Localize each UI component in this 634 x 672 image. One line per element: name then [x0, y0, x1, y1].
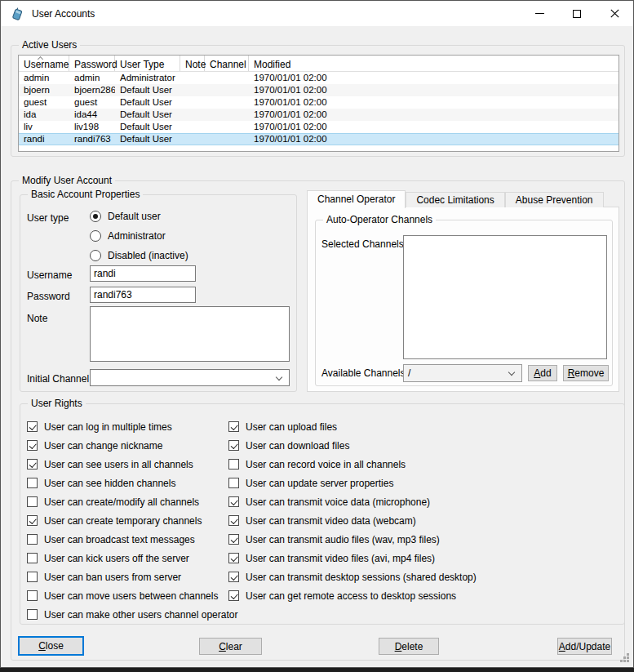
titlebar[interactable]: User Accounts: [1, 1, 633, 26]
table-row[interactable]: ida ida44 Default User 1970/01/01 02:00: [19, 109, 618, 121]
cell-username: guest: [19, 96, 69, 109]
cell-modified: 1970/01/01 02:00: [249, 109, 618, 121]
window-title: User Accounts: [32, 8, 95, 20]
tab[interactable]: Abuse Prevention: [505, 192, 604, 207]
checkbox-icon: [228, 496, 239, 507]
user-right-item[interactable]: User can make other users channel operat…: [27, 605, 237, 624]
checkbox-label: User can see users in all channels: [44, 459, 193, 470]
user-right-item[interactable]: User can update server properties: [228, 474, 477, 492]
user-right-item[interactable]: User can kick users off the server: [27, 549, 237, 567]
checkbox-label: User can broadcast text messages: [44, 534, 195, 545]
settings-tabs: Channel Operator Codec Limitations Abuse…: [307, 189, 604, 207]
column-header-channel[interactable]: Channel: [205, 56, 249, 71]
cell-channel: [205, 84, 249, 96]
user-right-item[interactable]: User can change nickname: [27, 436, 237, 455]
user-right-item[interactable]: User can move users between channels: [27, 586, 237, 605]
user-right-item[interactable]: User can download files: [228, 436, 477, 455]
checkbox-label: User can transmit desktop sessions (shar…: [246, 572, 477, 583]
checkbox-icon: [228, 572, 239, 582]
cell-usertype: Default User: [115, 84, 180, 96]
selected-channels-listbox[interactable]: [403, 235, 607, 359]
cell-username: randi: [19, 133, 69, 145]
clear-button[interactable]: Clear: [199, 638, 262, 655]
cell-modified: 1970/01/01 02:00: [249, 72, 618, 84]
user-right-item[interactable]: User can upload files: [228, 417, 477, 436]
column-header-username[interactable]: Username: [19, 56, 69, 71]
user-right-item[interactable]: User can transmit desktop sessions (shar…: [228, 567, 477, 586]
table-row[interactable]: liv liv198 Default User 1970/01/01 02:00: [19, 121, 618, 133]
table-row[interactable]: guest guest Default User 1970/01/01 02:0…: [19, 96, 618, 109]
column-header-usertype[interactable]: User Type: [115, 56, 180, 71]
available-channels-combobox[interactable]: /: [403, 364, 522, 382]
modify-user-account-group: Modify User Account Basic Account Proper…: [11, 180, 625, 661]
checkbox-label: User can transmit video data (webcam): [246, 515, 416, 527]
basic-account-properties-group: Basic Account Properties User type Defau…: [20, 194, 297, 392]
checkbox-label: User can change nickname: [44, 440, 162, 452]
checkbox-icon: [27, 572, 38, 582]
user-right-item[interactable]: User can transmit voice data (microphone…: [228, 492, 477, 511]
user-right-item[interactable]: User can see hidden channels: [27, 474, 237, 492]
user-right-item[interactable]: User can transmit video files (avi, mp4 …: [228, 549, 477, 567]
password-field[interactable]: [90, 287, 196, 303]
cell-password: admin: [69, 72, 115, 84]
initial-channel-label: Initial Channel: [27, 373, 89, 385]
maximize-button[interactable]: [558, 1, 596, 26]
initial-channel-combobox[interactable]: [90, 369, 290, 386]
close-button[interactable]: Close: [18, 636, 84, 656]
username-field[interactable]: [90, 265, 196, 282]
user-right-item[interactable]: User can see users in all channels: [27, 455, 237, 474]
tab[interactable]: Channel Operator: [307, 190, 406, 208]
add-channel-button[interactable]: Add: [528, 365, 557, 381]
table-row[interactable]: randi randi763 Default User 1970/01/01 0…: [19, 133, 618, 145]
checkbox-icon: [228, 553, 239, 563]
checkbox-label: User can transmit voice data (microphone…: [246, 496, 430, 508]
table-row[interactable]: admin admin Administrator 1970/01/01 02:…: [19, 72, 618, 84]
cell-channel: [205, 96, 249, 109]
cell-channel: [205, 109, 249, 121]
radio-icon: [90, 230, 101, 242]
cell-modified: 1970/01/01 02:00: [249, 133, 618, 145]
column-header-password[interactable]: Password: [69, 56, 115, 71]
active-users-table[interactable]: Username Password User Type Note Channel…: [18, 55, 619, 152]
user-right-item[interactable]: User can ban users from server: [27, 567, 237, 586]
column-header-note[interactable]: Note: [180, 56, 205, 71]
cell-username: admin: [19, 72, 69, 84]
checkbox-label: User can record voice in all channels: [246, 459, 406, 470]
cell-channel: [205, 133, 249, 145]
checkbox-icon: [27, 590, 38, 601]
user-right-item[interactable]: User can broadcast text messages: [27, 530, 237, 549]
cell-username: ida: [19, 109, 69, 121]
user-type-radio[interactable]: Disabled (inactive): [90, 246, 188, 265]
note-field[interactable]: [90, 306, 290, 362]
user-right-item[interactable]: User can log in multiple times: [27, 417, 237, 436]
basic-group-label: Basic Account Properties: [28, 189, 143, 200]
delete-button[interactable]: Delete: [379, 638, 439, 655]
resize-grip[interactable]: [627, 660, 629, 662]
chevron-down-icon: [276, 374, 282, 381]
user-right-item[interactable]: User can transmit video data (webcam): [228, 511, 477, 530]
user-type-radio[interactable]: Administrator: [90, 226, 188, 246]
checkbox-label: User can download files: [246, 440, 349, 452]
minimize-icon: [535, 13, 544, 14]
checkbox-icon: [228, 421, 239, 432]
user-right-item[interactable]: User can create/modify all channels: [27, 492, 237, 511]
close-window-button[interactable]: [596, 1, 633, 26]
tab[interactable]: Codec Limitations: [406, 192, 504, 207]
user-right-item[interactable]: User can get remote access to desktop se…: [228, 586, 477, 605]
user-rights-group: User Rights User can log in multiple tim…: [20, 403, 625, 625]
table-row[interactable]: bjoern bjoern286 Default User 1970/01/01…: [19, 84, 618, 96]
channel-operator-tab-panel: Auto-Operator Channels Selected Channels…: [307, 207, 619, 392]
cell-usertype: Administrator: [115, 72, 180, 84]
user-right-item[interactable]: User can record voice in all channels: [228, 455, 477, 474]
remove-channel-button[interactable]: Remove: [563, 365, 609, 381]
auto-operator-channels-group: Auto-Operator Channels Selected Channels…: [315, 220, 613, 386]
table-header[interactable]: Username Password User Type Note Channel…: [19, 56, 618, 72]
checkbox-icon: [27, 515, 38, 526]
user-right-item[interactable]: User can create temporary channels: [27, 511, 237, 530]
cell-username: bjoern: [19, 84, 69, 96]
minimize-button[interactable]: [521, 1, 558, 26]
user-type-radio[interactable]: Default user: [90, 207, 188, 226]
user-right-item[interactable]: User can transmit audio files (wav, mp3 …: [228, 530, 477, 549]
add-update-button[interactable]: Add/Update: [557, 638, 612, 655]
column-header-modified[interactable]: Modified: [249, 56, 618, 71]
